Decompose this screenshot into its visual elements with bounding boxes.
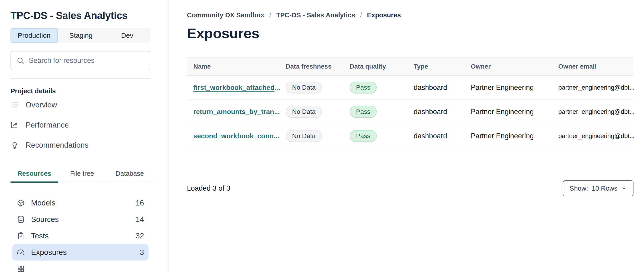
chart-line-icon <box>10 121 19 129</box>
freshness-badge: No Data <box>286 130 322 142</box>
table-row: return_amounts_by_tran... No Data Pass d… <box>187 100 634 124</box>
resource-search[interactable] <box>10 51 150 70</box>
project-details-label: Project details <box>10 87 150 95</box>
cube-icon <box>17 199 25 207</box>
freshness-badge: No Data <box>286 82 322 94</box>
resource-count: 32 <box>136 232 144 240</box>
resource-count: 3 <box>140 248 144 257</box>
sidebar-item-label: Performance <box>26 121 69 129</box>
tab-resources[interactable]: Resources <box>10 170 58 182</box>
env-tab-dev[interactable]: Dev <box>104 28 150 43</box>
env-tab-staging[interactable]: Staging <box>58 28 104 43</box>
grid-squares-icon <box>17 265 25 272</box>
search-input[interactable] <box>29 56 144 65</box>
breadcrumb: Community DX Sandbox / TPC-DS - Sales An… <box>187 11 634 19</box>
tab-database[interactable]: Database <box>106 170 154 182</box>
sidebar-item-recommendations[interactable]: Recommendations <box>10 135 150 155</box>
column-header-owner: Owner <box>464 63 552 70</box>
table-header-row: Name Data freshness Data quality Type Ow… <box>187 57 634 76</box>
resource-list: Models 16 Sources 14 <box>10 195 150 272</box>
quality-badge: Pass <box>350 82 376 94</box>
column-header-type: Type <box>407 63 464 70</box>
sidebar-divider <box>10 78 150 79</box>
table-row: second_workbook_conn... No Data Pass das… <box>187 124 634 148</box>
sidebar-item-overview[interactable]: Overview <box>10 95 150 115</box>
resource-label: Models <box>31 199 55 207</box>
gauge-icon <box>17 248 25 256</box>
search-icon <box>16 57 24 64</box>
column-header-owner-email: Owner email <box>552 63 634 70</box>
resource-label: Exposures <box>31 248 67 257</box>
main-content: Community DX Sandbox / TPC-DS - Sales An… <box>168 0 644 272</box>
sidebar-item-tests[interactable]: Tests 32 <box>12 228 148 244</box>
table-footer: Loaded 3 of 3 Show: 10 Rows <box>187 180 634 196</box>
clipboard-check-icon <box>17 232 25 240</box>
breadcrumb-separator: / <box>269 11 271 19</box>
list-icon <box>10 101 19 109</box>
breadcrumb-project[interactable]: TPC-DS - Sales Analytics <box>276 11 355 19</box>
breadcrumb-current: Exposures <box>367 11 401 19</box>
column-header-data-quality: Data quality <box>343 63 407 70</box>
exposure-type: dashboard <box>407 108 464 116</box>
resource-count: 16 <box>136 199 144 207</box>
sidebar: TPC-DS - Sales Analytics Production Stag… <box>0 0 168 272</box>
exposure-type: dashboard <box>407 84 464 92</box>
table-row: first_workbook_attached... No Data Pass … <box>187 76 634 100</box>
show-label: Show: <box>570 185 588 192</box>
exposure-name-link[interactable]: return_amounts_by_tran... <box>193 108 280 116</box>
environment-tabs: Production Staging Dev <box>10 28 150 43</box>
lightbulb-icon <box>10 141 19 149</box>
exposure-owner: Partner Engineering <box>464 84 552 92</box>
column-header-name: Name <box>187 63 279 70</box>
breadcrumb-account[interactable]: Community DX Sandbox <box>187 11 264 19</box>
column-header-data-freshness: Data freshness <box>279 63 343 70</box>
show-value: 10 Rows <box>592 185 618 192</box>
exposure-owner: Partner Engineering <box>464 132 552 140</box>
panel-tabs: Resources File tree Database <box>10 170 154 182</box>
env-tab-production[interactable]: Production <box>10 28 58 43</box>
exposure-owner-email: partner_engineering@dbt... <box>552 84 635 91</box>
sidebar-item-exposures[interactable]: Exposures 3 <box>12 244 148 260</box>
quality-badge: Pass <box>350 106 376 118</box>
quality-badge: Pass <box>350 130 376 142</box>
sidebar-item-partial[interactable] <box>12 260 148 272</box>
breadcrumb-separator: / <box>360 11 362 19</box>
chevron-down-icon <box>621 186 627 191</box>
exposure-name-link[interactable]: first_workbook_attached... <box>193 84 280 91</box>
exposure-owner-email: partner_engineering@dbt... <box>552 108 635 116</box>
exposure-name-link[interactable]: second_workbook_conn... <box>193 132 280 140</box>
loaded-status: Loaded 3 of 3 <box>187 184 230 192</box>
rows-per-page-dropdown[interactable]: Show: 10 Rows <box>563 180 634 196</box>
exposure-owner-email: partner_engineering@dbt... <box>552 132 635 140</box>
project-title: TPC-DS - Sales Analytics <box>10 10 150 22</box>
resource-label: Tests <box>31 232 49 240</box>
exposure-type: dashboard <box>407 132 464 140</box>
sidebar-item-performance[interactable]: Performance <box>10 115 150 135</box>
sidebar-item-sources[interactable]: Sources 14 <box>12 211 148 228</box>
database-icon <box>17 216 25 223</box>
exposure-owner: Partner Engineering <box>464 108 552 116</box>
exposures-table: Name Data freshness Data quality Type Ow… <box>187 57 634 148</box>
freshness-badge: No Data <box>286 106 322 118</box>
tab-file-tree[interactable]: File tree <box>58 170 106 182</box>
page-title: Exposures <box>187 25 634 41</box>
sidebar-item-label: Overview <box>26 100 57 109</box>
resource-label: Sources <box>31 215 59 224</box>
resource-count: 14 <box>136 215 144 224</box>
sidebar-item-label: Recommendations <box>26 141 88 150</box>
sidebar-item-models[interactable]: Models 16 <box>12 195 148 211</box>
